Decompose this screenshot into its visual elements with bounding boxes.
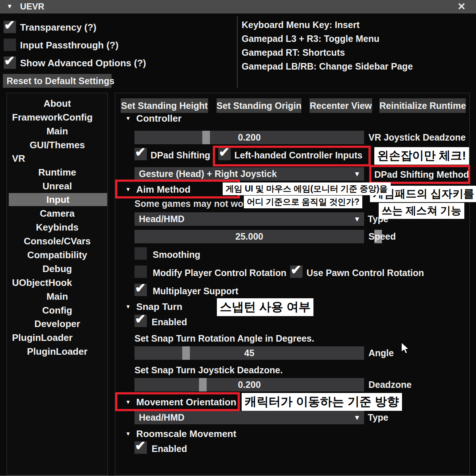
check-icon: ✔	[135, 438, 146, 453]
slider-grabber[interactable]	[199, 378, 207, 392]
slider-value: 0.200	[238, 379, 261, 390]
sidebar-item-config[interactable]: Config	[7, 304, 108, 317]
sidebar-item-pluginloader[interactable]: PluginLoader	[7, 331, 108, 344]
sidebar-item-gui-themes[interactable]: GUI/Themes	[7, 138, 108, 152]
divider	[237, 16, 238, 88]
uevr-window: ▼ UEVR ✕ ✔ Transparency (?) Input Passth…	[0, 0, 476, 476]
tree-arrow-icon: ▼	[125, 429, 131, 439]
transparency-checkbox[interactable]: ✔	[4, 21, 16, 33]
roomscale-header[interactable]: ▼ Roomscale Movement	[125, 429, 236, 439]
slider-value: 0.200	[238, 132, 261, 142]
movement-orientation-annotation: 캐릭터가 이동하는 기준 방향	[242, 393, 402, 411]
check-icon: ✔	[135, 145, 146, 160]
left-handed-highlight-box	[213, 146, 371, 166]
mouse-cursor	[399, 342, 411, 356]
vr-joystick-deadzone-label: VR Joystick Deadzone	[368, 131, 466, 144]
snap-deadzone-description: Set Snap Turn Joystick Deadzone.	[134, 365, 283, 375]
window-title: UEVR	[20, 1, 44, 12]
dpad-shifting-checkbox[interactable]: ✔	[134, 148, 147, 160]
slider-grabber[interactable]	[182, 346, 190, 360]
aim-type-dropdown[interactable]: Head/HMD ▼	[134, 212, 364, 226]
reset-defaults-button[interactable]: Reset to Default Settings	[3, 74, 112, 88]
left-handed-annotation: 왼손잡이만 체크!	[374, 147, 469, 165]
snap-turn-annotation: 스냅턴 사용 여부	[217, 298, 313, 316]
check-icon: ✔	[4, 53, 15, 68]
aim-tooltip-line1: 게임 UI 및 마우스 에임(모니터 기준 중앙)을	[223, 182, 391, 195]
smoothing-label: Smoothing	[153, 249, 200, 260]
tree-arrow-icon: ▼	[125, 113, 131, 123]
sidebar-item-debug[interactable]: Debug	[7, 262, 108, 275]
sidebar-item-console-cvars[interactable]: Console/CVars	[7, 235, 108, 248]
slider-value: 25.000	[235, 231, 263, 241]
snap-turn-enabled-checkbox[interactable]: ✔	[134, 315, 147, 327]
snap-turn-header[interactable]: ▼ Snap Turn	[125, 302, 182, 312]
use-pawn-rotation-checkbox[interactable]: ✔	[290, 265, 303, 278]
sidebar-item-developer[interactable]: Developer	[7, 317, 108, 330]
slider-value: 45	[244, 348, 254, 358]
sidebar-item-runtime[interactable]: Runtime	[7, 166, 108, 179]
titlebar[interactable]: ▼ UEVR ✕	[0, 0, 476, 13]
snap-angle-slider[interactable]: 45	[134, 346, 364, 360]
shortcut-lb-rb: Gamepad LB/RB: Change Sidebar Page	[242, 61, 413, 72]
multiplayer-support-label: Multiplayer Support	[153, 286, 238, 296]
roomscale-enabled-label: Enabled	[152, 443, 187, 454]
snap-deadzone-slider[interactable]: 0.200	[134, 378, 364, 392]
controller-header[interactable]: ▼ Controller	[125, 113, 182, 123]
close-icon[interactable]: ✕	[457, 1, 466, 12]
aim-tooltip-line2: 어디 기준으로 움직일 것인가?	[244, 196, 362, 208]
slider-grabber[interactable]	[202, 131, 210, 144]
check-icon: ✔	[4, 17, 15, 33]
dpad-method-dropdown[interactable]: Gesture (Head) + Right Joystick ▼	[134, 167, 364, 181]
shortcut-toggle-menu: Gamepad L3 + R3: Toggle Menu	[242, 33, 379, 44]
sidebar: About FrameworkConfig Main GUI/Themes VR…	[7, 93, 108, 475]
input-passthrough-label: Input Passthrough (?)	[20, 40, 118, 51]
set-standing-origin-button[interactable]: Set Standing Origin	[216, 98, 301, 113]
snap-turn-enabled-label: Enabled	[152, 316, 187, 327]
sidebar-item-input[interactable]: Input	[9, 193, 107, 206]
show-advanced-label: Show Advanced Options (?)	[20, 58, 146, 68]
modify-rotation-label: Modify Player Control Rotation	[153, 267, 286, 278]
sidebar-item-keybinds[interactable]: Keybinds	[7, 221, 108, 234]
chevron-down-icon: ▼	[354, 167, 360, 181]
dpad-method-label: DPad Shifting Method	[369, 165, 470, 184]
input-settings-panel: Set Standing Height Set Standing Origin …	[115, 93, 470, 475]
dropdown-value: Gesture (Head) + Right Joystick	[139, 169, 277, 179]
chevron-down-icon: ▼	[354, 212, 360, 226]
recenter-view-button[interactable]: Recenter View	[309, 98, 372, 113]
check-icon: ✔	[290, 262, 301, 278]
input-passthrough-checkbox[interactable]	[4, 39, 16, 51]
movement-type-dropdown[interactable]: Head/HMD ▼	[134, 411, 364, 424]
sidebar-item-vr[interactable]: VR	[7, 152, 108, 165]
movement-type-label: Type	[368, 411, 389, 424]
sidebar-item-frameworkconfig[interactable]: FrameworkConfig	[7, 111, 108, 124]
sidebar-item-about[interactable]: About	[7, 97, 108, 110]
collapse-icon[interactable]: ▼	[7, 3, 13, 10]
aim-speed-label: Speed	[368, 230, 396, 243]
aim-speed-slider[interactable]: 25.000	[134, 230, 364, 243]
snap-angle-label: Angle	[368, 346, 394, 360]
multiplayer-support-checkbox[interactable]: ✔	[134, 284, 147, 296]
aim-method-highlight-box	[115, 180, 240, 198]
movement-orientation-highlight-box	[115, 392, 240, 411]
roomscale-enabled-checkbox[interactable]: ✔	[134, 441, 147, 454]
show-advanced-checkbox[interactable]: ✔	[4, 56, 16, 69]
sidebar-item-compatibility[interactable]: Compatibility	[7, 248, 108, 261]
sidebar-item-unreal[interactable]: Unreal	[7, 180, 108, 193]
sidebar-item-main[interactable]: Main	[7, 125, 108, 138]
sidebar-item-camera[interactable]: Camera	[7, 207, 108, 220]
shortcut-menu-key: Keyboard Menu Key: Insert	[242, 19, 360, 30]
use-pawn-rotation-label: Use Pawn Control Rotation	[307, 267, 424, 278]
sidebar-item-main2[interactable]: Main	[7, 290, 108, 303]
snap-angle-description: Set Snap Turn Rotation Angle in Degrees.	[134, 333, 314, 344]
smoothing-checkbox[interactable]	[134, 247, 147, 260]
dpad-shifting-label: DPad Shifting	[151, 150, 210, 161]
sidebar-item-pluginloader2[interactable]: PluginLoader	[7, 345, 108, 358]
reinitialize-runtime-button[interactable]: Reinitialize Runtime	[379, 98, 466, 113]
vr-joystick-deadzone-slider[interactable]: 0.200	[134, 131, 364, 144]
transparency-label: Transparency (?)	[20, 22, 97, 33]
sidebar-item-uobjecthook[interactable]: UObjectHook	[7, 276, 108, 289]
set-standing-height-button[interactable]: Set Standing Height	[121, 98, 208, 113]
check-icon: ✔	[135, 311, 146, 327]
modify-rotation-checkbox[interactable]	[134, 265, 147, 278]
shortcut-rt: Gamepad RT: Shortcuts	[242, 47, 345, 58]
